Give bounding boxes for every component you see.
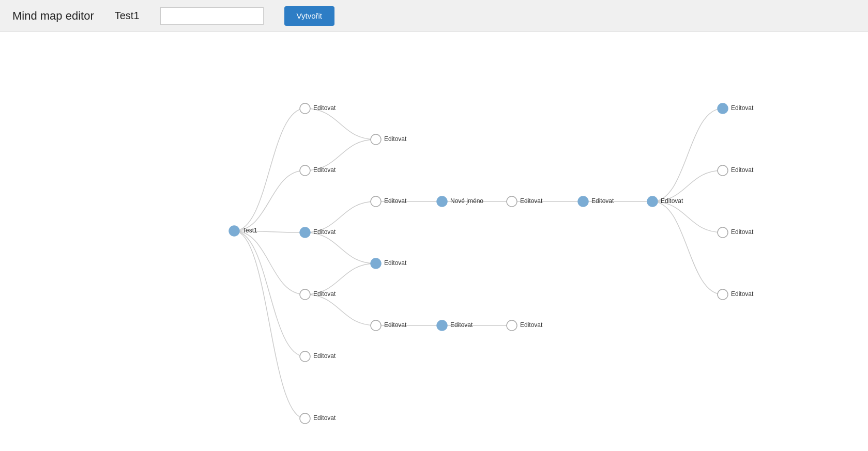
- current-map-title: Test1: [115, 10, 140, 22]
- app-title: Mind map editor: [12, 9, 94, 23]
- header: Mind map editor Test1 Vytvořit: [0, 0, 868, 32]
- create-button[interactable]: Vytvořit: [284, 6, 334, 26]
- new-map-input[interactable]: [160, 7, 264, 25]
